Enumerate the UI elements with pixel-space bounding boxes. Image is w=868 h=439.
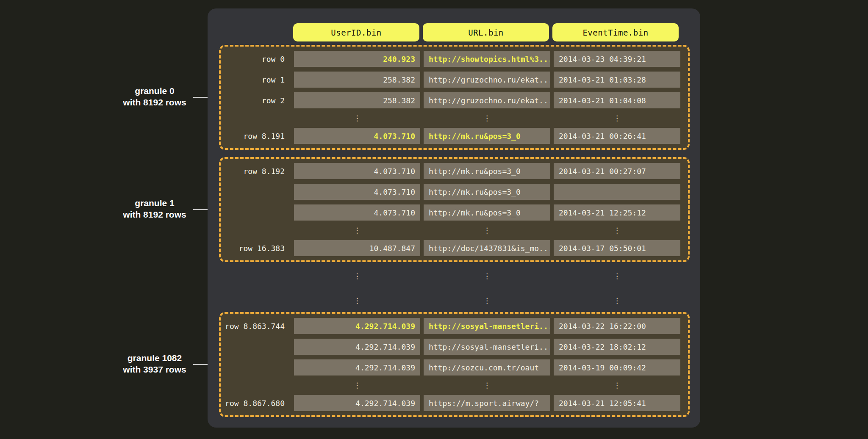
cell-userid: 4.073.710 <box>294 184 420 200</box>
cell-url: http://gruzochno.ru/ekat... <box>424 72 550 88</box>
granule-1082-box: row 8.863.744 4.292.714.039 http://sosya… <box>219 312 690 417</box>
cell-url: http://mk.ru&pos=3_0 <box>424 204 550 221</box>
cell-url: http://showtopics.html%3... <box>424 51 550 67</box>
cell-userid: 4.073.710 <box>294 128 420 144</box>
table-row: row 16.383 10.487.847 http://doc/1437831… <box>221 240 682 256</box>
cell-eventtime <box>554 184 680 200</box>
row-label: row 8.863.744 <box>221 318 291 334</box>
row-label: row 2 <box>221 92 291 108</box>
ellipsis: ⋮ <box>294 295 420 306</box>
table-row: 4.292.714.039 http://sozcu.com.tr/oaut 2… <box>221 359 682 375</box>
row-label: row 1 <box>221 72 291 88</box>
cell-url: http://sosyal-mansetleri... <box>424 318 550 334</box>
column-header-url-bin: URL.bin <box>423 23 549 41</box>
ellipsis: ⋮ <box>424 295 550 306</box>
cell-eventtime: 2014-03-21 12:05:41 <box>554 395 680 411</box>
table-row: row 0 240.923 http://showtopics.html%3..… <box>221 51 682 67</box>
cell-userid: 258.382 <box>294 72 420 88</box>
row-label <box>221 184 291 200</box>
ellipsis: ⋮ <box>424 271 550 281</box>
granule-1-box: row 8.192 4.073.710 http://mk.ru&pos=3_0… <box>219 157 690 262</box>
table-row: row 8.863.744 4.292.714.039 http://sosya… <box>221 318 682 334</box>
cell-url: https://m.sport.airway/? <box>424 395 550 411</box>
cell-url: http://gruzochno.ru/ekat... <box>424 92 550 108</box>
table-row: row 8.867.680 4.292.714.039 https://m.sp… <box>221 395 682 411</box>
row-label: row 8.867.680 <box>221 395 291 411</box>
column-header-eventtime-bin: EventTime.bin <box>552 23 679 41</box>
cell-eventtime: 2014-03-21 12:25:12 <box>554 204 680 221</box>
table-row: row 2 258.382 http://gruzochno.ru/ekat..… <box>221 92 682 108</box>
cell-eventtime: 2014-03-21 00:27:07 <box>554 163 680 179</box>
table-row: 4.073.710 http://mk.ru&pos=3_0 <box>221 184 682 200</box>
cell-eventtime: 2014-03-21 00:26:41 <box>554 128 680 144</box>
row-label <box>221 359 291 375</box>
ellipsis: ⋮ <box>294 271 420 281</box>
row-label: row 0 <box>221 51 291 67</box>
cell-eventtime: 2014-03-21 01:04:08 <box>554 92 680 108</box>
cell-eventtime: 2014-03-19 00:09:42 <box>554 359 680 375</box>
storage-panel: UserID.bin URL.bin EventTime.bin row 0 2… <box>208 8 700 428</box>
cell-userid: 4.292.714.039 <box>294 395 420 411</box>
cell-userid: 240.923 <box>294 51 420 67</box>
row-label: row 8.191 <box>221 128 291 144</box>
ellipsis-row: ⋮ ⋮ ⋮ <box>221 271 682 281</box>
ellipsis: ⋮ <box>554 113 680 123</box>
ellipsis-row: ⋮ ⋮ ⋮ <box>221 380 682 390</box>
column-header-userid-bin: UserID.bin <box>293 23 419 41</box>
ellipsis-row: ⋮ ⋮ ⋮ <box>221 113 682 123</box>
table-row: row 8.191 4.073.710 http://mk.ru&pos=3_0… <box>221 128 682 144</box>
table-row: 4.292.714.039 http://sosyal-mansetleri..… <box>221 339 682 355</box>
cell-url: http://mk.ru&pos=3_0 <box>424 184 550 200</box>
table-row: row 1 258.382 http://gruzochno.ru/ekat..… <box>221 72 682 88</box>
cell-userid: 258.382 <box>294 92 420 108</box>
row-label: row 8.192 <box>221 163 291 179</box>
column-headers: UserID.bin URL.bin EventTime.bin <box>293 23 679 41</box>
ellipsis: ⋮ <box>294 225 420 235</box>
ellipsis: ⋮ <box>554 225 680 235</box>
cell-eventtime: 2014-03-22 16:22:00 <box>554 318 680 334</box>
row-label <box>221 339 291 355</box>
cell-userid: 4.292.714.039 <box>294 359 420 375</box>
ellipsis: ⋮ <box>424 113 550 123</box>
cell-userid: 4.073.710 <box>294 204 420 221</box>
cell-url: http://mk.ru&pos=3_0 <box>424 163 550 179</box>
ellipsis: ⋮ <box>554 271 680 281</box>
ellipsis: ⋮ <box>294 113 420 123</box>
row-label <box>221 204 291 221</box>
ellipsis-row: ⋮ ⋮ ⋮ <box>221 225 682 235</box>
cell-eventtime: 2014-03-22 18:02:12 <box>554 339 680 355</box>
ellipsis-row: ⋮ ⋮ ⋮ <box>221 295 682 306</box>
granule-0-box: row 0 240.923 http://showtopics.html%3..… <box>219 45 690 150</box>
ellipsis: ⋮ <box>424 225 550 235</box>
ellipsis: ⋮ <box>424 380 550 390</box>
cell-eventtime: 2014-03-17 05:50:01 <box>554 240 680 256</box>
cell-eventtime: 2014-03-23 04:39:21 <box>554 51 680 67</box>
cell-url: http://sozcu.com.tr/oaut <box>424 359 550 375</box>
cell-eventtime: 2014-03-21 01:03:28 <box>554 72 680 88</box>
table-row: row 8.192 4.073.710 http://mk.ru&pos=3_0… <box>221 163 682 179</box>
cell-userid: 4.292.714.039 <box>294 318 420 334</box>
table-row: 4.073.710 http://mk.ru&pos=3_0 2014-03-2… <box>221 204 682 221</box>
omitted-granules-ellipsis: ⋮ ⋮ ⋮ ⋮ ⋮ ⋮ <box>221 264 682 313</box>
cell-url: http://doc/1437831&is_mo... <box>424 240 550 256</box>
row-label: row 16.383 <box>221 240 291 256</box>
ellipsis: ⋮ <box>294 380 420 390</box>
cell-userid: 10.487.847 <box>294 240 420 256</box>
cell-url: http://sosyal-mansetleri... <box>424 339 550 355</box>
cell-url: http://mk.ru&pos=3_0 <box>424 128 550 144</box>
ellipsis: ⋮ <box>554 295 680 306</box>
cell-userid: 4.292.714.039 <box>294 339 420 355</box>
ellipsis: ⋮ <box>554 380 680 390</box>
cell-userid: 4.073.710 <box>294 163 420 179</box>
